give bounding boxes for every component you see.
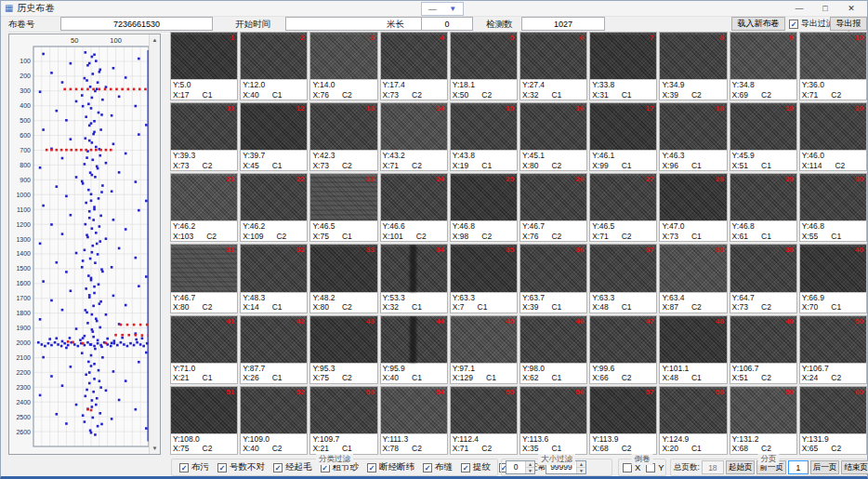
defect-card[interactable]: 28 Y:47.0 X:73 C1 [659,173,727,242]
defect-card[interactable]: 42 Y:87.7 X:26 C1 [240,315,308,384]
defect-card[interactable]: 21 Y:46.2 X:103 C2 [170,173,238,242]
defect-card[interactable]: 51 Y:108.0 X:75 C2 [170,386,238,455]
class-filter-checkbox[interactable]: 提纹 [461,461,491,473]
size-min-value[interactable]: 0 [506,461,525,473]
defect-card[interactable]: 7 Y:33.8 X:31 C1 [589,32,657,100]
defect-thumbnail-image: 47 [590,316,656,363]
defect-card[interactable]: 43 Y:95.3 X:75 C2 [309,315,377,384]
defect-card[interactable]: 13 Y:42.3 X:73 C2 [309,102,377,171]
defect-card[interactable]: 11 Y:39.3 X:73 C2 [170,102,238,171]
defect-card[interactable]: 46 Y:98.0 X:62 C1 [519,315,587,384]
defect-card[interactable]: 5 Y:18.1 X:50 C2 [450,32,518,100]
chevron-down-icon[interactable]: ▼ [449,5,456,13]
defect-card[interactable]: 4 Y:17.4 X:73 C2 [380,32,448,100]
defect-card[interactable]: 25 Y:46.8 X:98 C2 [450,173,518,242]
stepper-up-icon[interactable]: ▲ [526,461,534,468]
defect-card[interactable]: 38 Y:63.4 X:87 C2 [659,244,727,313]
class-filter-checkbox[interactable]: 经起毛 [273,461,312,473]
defect-card[interactable]: 1 Y:5.0 X:17 C1 [170,32,238,100]
defect-card[interactable]: 41 Y:71.0 X:21 C1 [170,315,238,384]
defect-card[interactable]: 15 Y:43.8 X:19 C1 [450,102,518,171]
defect-card[interactable]: 31 Y:46.7 X:80 C2 [170,244,238,313]
defect-card[interactable]: 18 Y:46.3 X:96 C1 [659,102,727,171]
load-new-roll-button[interactable]: 载入新布卷 [731,17,785,31]
next-page-button[interactable]: 后一页 [810,460,840,474]
defect-meta: Y:108.0 X:75 C2 [171,433,237,454]
defect-card[interactable]: 34 Y:53.3 X:32 C1 [380,244,448,313]
defect-card[interactable]: 55 Y:112.4 X:71 C2 [450,386,518,455]
defect-card[interactable]: 32 Y:48.3 X:14 C1 [240,244,308,313]
plot-scrollbar[interactable]: ▲ ▼ [149,34,160,454]
defect-card[interactable]: 40 Y:66.9 X:70 C1 [799,244,867,313]
defect-scatter-plot[interactable]: 5010010020030040050060070080090010001100… [9,34,160,454]
defect-card[interactable]: 27 Y:46.5 X:71 C2 [589,173,657,242]
defect-card[interactable]: 26 Y:46.7 X:76 C2 [519,173,587,242]
class-filter-checkbox[interactable]: 号数不对 [217,461,265,473]
maximize-button[interactable]: □ [813,2,837,16]
defect-card[interactable]: 6 Y:27.4 X:32 C1 [519,32,587,100]
export-report-button[interactable]: 导出报告 [830,17,867,31]
defect-y-coordinate: Y:131.2 [732,434,795,445]
defect-card[interactable]: 33 Y:48.2 X:80 C2 [309,244,377,313]
defect-card[interactable]: 37 Y:63.3 X:48 C1 [589,244,657,313]
defect-card[interactable]: 23 Y:46.5 X:75 C1 [309,173,377,242]
defect-card[interactable]: 54 Y:111.3 X:78 C2 [380,386,448,455]
defect-card[interactable]: 59 Y:131.2 X:68 C2 [730,386,797,455]
defect-thumbnail-image: 11 [171,103,237,150]
last-page-button[interactable]: 结束页 [841,460,868,474]
defect-y-coordinate: Y:45.9 [732,151,795,161]
detect-count-input[interactable] [521,17,605,31]
stepper-up-icon[interactable]: ▲ [577,461,585,468]
stepper-down-icon[interactable]: ▼ [526,468,534,473]
defect-card[interactable]: 57 Y:113.9 X:68 C2 [589,386,657,455]
close-button[interactable]: ✕ [839,2,863,16]
defect-card[interactable]: 47 Y:99.6 X:66 C2 [589,315,657,384]
export-filter-checkbox[interactable]: 导出过滤 [789,18,835,30]
defect-camera-id: C1 [486,373,496,383]
page-number-input[interactable] [788,460,809,474]
first-page-button[interactable]: 起始页 [726,460,756,474]
defect-card[interactable]: 2 Y:12.0 X:40 C1 [240,32,308,100]
defect-card[interactable]: 20 Y:46.0 X:114 C2 [799,102,867,171]
roll-number-input[interactable] [60,17,213,31]
defect-card[interactable]: 22 Y:46.2 X:109 C2 [240,173,308,242]
floating-control[interactable]: — ▼ [421,2,464,16]
defect-card[interactable]: 44 Y:95.9 X:40 C1 [380,315,448,384]
defect-index-badge: 56 [575,388,584,396]
defect-card[interactable]: 50 Y:106.7 X:24 C2 [799,315,867,384]
defect-card[interactable]: 56 Y:113.6 X:35 C1 [519,386,587,455]
defect-card[interactable]: 36 Y:63.7 X:39 C1 [519,244,587,313]
size-min-stepper[interactable]: 0 ▲▼ [506,460,535,474]
defect-card[interactable]: 58 Y:124.9 X:20 C1 [659,386,727,455]
defect-card[interactable]: 53 Y:109.7 X:21 C1 [309,386,377,455]
defect-card[interactable]: 10 Y:36.0 X:71 C2 [799,32,867,100]
total-pages-label: 总页数: [674,462,700,473]
defect-card[interactable]: 3 Y:14.0 X:76 C2 [309,32,377,100]
defect-card[interactable]: 12 Y:39.7 X:45 C1 [240,102,308,171]
defect-card[interactable]: 9 Y:34.8 X:69 C2 [730,32,797,100]
defect-card[interactable]: 35 Y:63.3 X:7 C1 [450,244,518,313]
defect-card[interactable]: 29 Y:46.8 X:61 C1 [730,173,797,242]
defect-card[interactable]: 39 Y:64.7 X:73 C2 [730,244,797,313]
defect-card[interactable]: 24 Y:46.6 X:101 C2 [380,173,448,242]
scroll-down-icon[interactable]: ▼ [150,443,160,454]
minimize-button[interactable]: — [787,2,811,16]
defect-card[interactable]: 19 Y:45.9 X:51 C1 [730,102,797,171]
stepper-down-icon[interactable]: ▼ [577,468,585,473]
defect-card[interactable]: 49 Y:106.7 X:51 C2 [730,315,797,384]
defect-card[interactable]: 45 Y:97.1 X:129 C1 [450,315,518,384]
scroll-up-icon[interactable]: ▲ [150,34,160,46]
defect-card[interactable]: 30 Y:46.8 X:55 C1 [799,173,867,242]
defect-card[interactable]: 16 Y:45.1 X:80 C2 [519,102,587,171]
defect-card[interactable]: 8 Y:34.9 X:39 C2 [659,32,727,100]
defect-card[interactable]: 60 Y:131.9 X:65 C2 [799,386,867,455]
defect-card[interactable]: 52 Y:109.0 X:40 C2 [240,386,308,455]
mini-minimize-icon[interactable]: — [428,5,437,14]
class-filter-checkbox[interactable]: 断经断纬 [367,461,414,473]
defect-card[interactable]: 48 Y:101.1 X:48 C1 [659,315,727,384]
meter-length-input[interactable] [421,17,473,31]
class-filter-checkbox[interactable]: 布缝 [423,461,453,473]
defect-card[interactable]: 14 Y:43.2 X:71 C2 [380,102,448,171]
defect-card[interactable]: 17 Y:46.1 X:99 C1 [589,102,657,171]
class-filter-checkbox[interactable]: 布污 [179,461,209,473]
